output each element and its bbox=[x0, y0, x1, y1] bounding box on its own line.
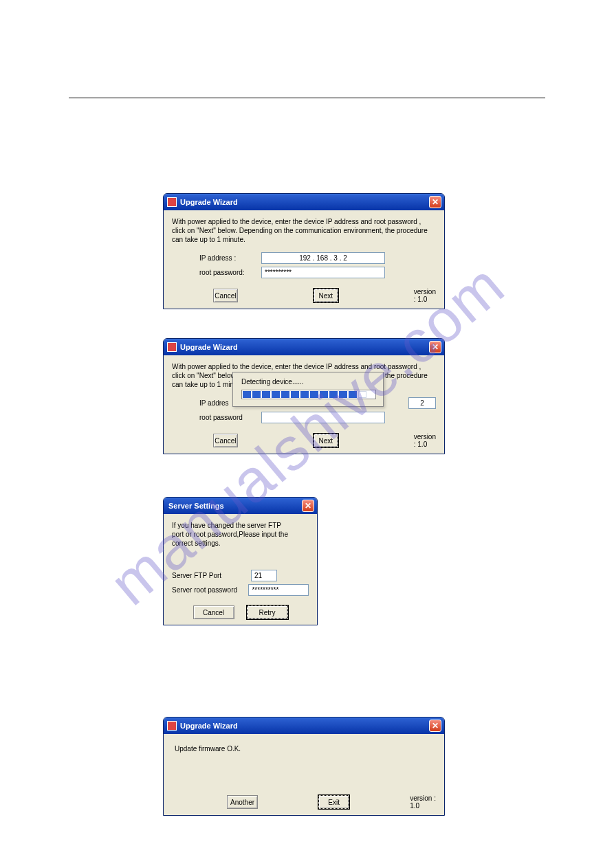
window-title: Server Settings bbox=[167, 502, 298, 510]
close-icon[interactable]: ✕ bbox=[429, 720, 441, 732]
page-top-rule bbox=[69, 98, 545, 98]
instruction-text: If you have changed the server FTP port … bbox=[172, 521, 289, 548]
upgrade-wizard-dialog-success: Upgrade Wizard ✕ Update firmware O.K. An… bbox=[163, 717, 445, 816]
ftp-port-label: Server FTP Port bbox=[172, 572, 251, 579]
pw-value: ********** bbox=[265, 269, 292, 276]
window-title: Upgrade Wizard bbox=[180, 198, 426, 206]
app-icon bbox=[167, 197, 177, 207]
cancel-button[interactable]: Cancel bbox=[213, 289, 238, 302]
instruction-text: With power applied to the device, enter … bbox=[172, 217, 436, 244]
next-button[interactable]: Next bbox=[314, 434, 338, 447]
root-password-input[interactable] bbox=[261, 412, 385, 423]
ftp-value: 21 bbox=[254, 572, 262, 579]
ip-address-label: IP address : bbox=[199, 254, 261, 262]
progress-label: Detecting device...... bbox=[241, 378, 375, 386]
server-root-password-input[interactable]: ********** bbox=[248, 584, 309, 596]
upgrade-wizard-dialog-1: Upgrade Wizard ✕ With power applied to t… bbox=[163, 193, 445, 309]
ip-tail: 2 bbox=[420, 399, 424, 407]
exit-button[interactable]: Exit bbox=[318, 795, 349, 809]
dialog-body: Update firmware O.K. Another Exit versio… bbox=[164, 734, 444, 815]
ftp-port-input[interactable]: 21 bbox=[251, 570, 277, 581]
root-password-label: root password bbox=[199, 414, 261, 421]
cancel-button[interactable]: Cancel bbox=[213, 434, 238, 447]
close-icon[interactable]: ✕ bbox=[429, 196, 441, 208]
server-root-password-label: Server root password bbox=[172, 586, 248, 594]
ip-segment-input[interactable]: 2 bbox=[408, 397, 436, 409]
root-password-input[interactable]: ********** bbox=[261, 267, 385, 278]
app-icon bbox=[167, 342, 177, 352]
titlebar: Upgrade Wizard ✕ bbox=[164, 717, 444, 734]
ip-address-input[interactable]: 192 . 168 . 3 . 2 bbox=[261, 252, 385, 264]
another-button[interactable]: Another bbox=[227, 795, 258, 809]
window-title: Upgrade Wizard bbox=[180, 722, 426, 730]
dialog-body: With power applied to the device, enter … bbox=[164, 355, 444, 454]
version-label: version : 1.0 bbox=[410, 794, 436, 810]
progress-bar bbox=[241, 390, 376, 399]
titlebar: Upgrade Wizard ✕ bbox=[164, 194, 444, 210]
titlebar: Server Settings ✕ bbox=[164, 498, 317, 514]
titlebar: Upgrade Wizard ✕ bbox=[164, 339, 444, 355]
dialog-body: With power applied to the device, enter … bbox=[164, 210, 444, 309]
cancel-button[interactable]: Cancel bbox=[193, 605, 234, 619]
window-title: Upgrade Wizard bbox=[180, 343, 426, 351]
dialog-body: If you have changed the server FTP port … bbox=[164, 514, 317, 625]
pw-value: ********** bbox=[252, 586, 278, 594]
retry-button[interactable]: Retry bbox=[247, 605, 288, 619]
ip-value: 192 . 168 . 3 . 2 bbox=[299, 254, 347, 262]
success-message: Update firmware O.K. bbox=[172, 741, 436, 757]
detecting-device-popup: Detecting device...... bbox=[232, 372, 384, 407]
upgrade-wizard-dialog-2: Upgrade Wizard ✕ With power applied to t… bbox=[163, 338, 445, 454]
next-button[interactable]: Next bbox=[314, 289, 338, 302]
app-icon bbox=[167, 721, 177, 731]
close-icon[interactable]: ✕ bbox=[302, 500, 314, 512]
root-password-label: root password: bbox=[199, 269, 261, 276]
version-label: version : 1.0 bbox=[414, 433, 436, 448]
server-settings-dialog: Server Settings ✕ If you have changed th… bbox=[163, 497, 318, 625]
version-label: version : 1.0 bbox=[414, 288, 436, 303]
close-icon[interactable]: ✕ bbox=[429, 341, 441, 353]
